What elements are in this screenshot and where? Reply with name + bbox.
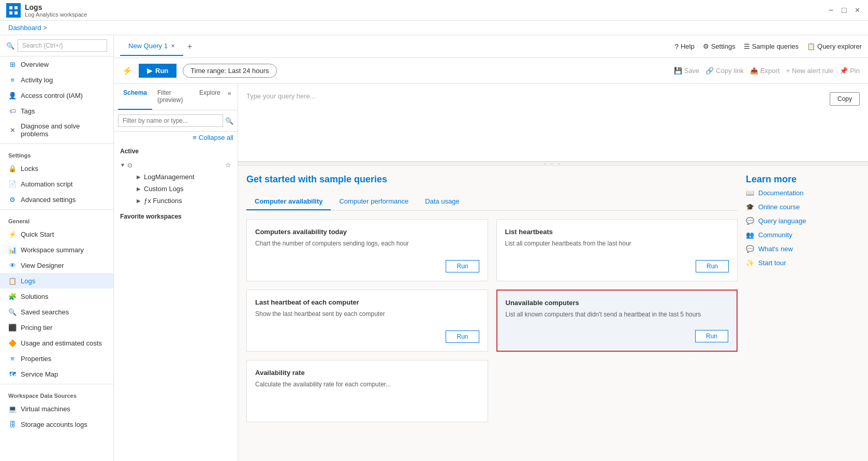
query-card-4: Availability rate Calculate the availabi… bbox=[246, 360, 488, 422]
query-explorer-button[interactable]: 📋 Query explorer bbox=[807, 42, 862, 50]
sidebar-item-overview[interactable]: ⊞ Overview bbox=[0, 56, 113, 72]
sq-tab-data-usage[interactable]: Data usage bbox=[417, 193, 468, 210]
whats-new-label: What's new bbox=[758, 245, 793, 253]
card-1-run-button[interactable]: Run bbox=[696, 260, 729, 272]
sidebar-item-solutions[interactable]: 🧩 Solutions bbox=[0, 289, 113, 304]
editor-divider: · · · bbox=[238, 162, 868, 166]
sidebar-label-automation: Automation script bbox=[21, 180, 72, 188]
sidebar-item-quickstart[interactable]: ⚡ Quick Start bbox=[0, 226, 113, 242]
learn-more-whats-new[interactable]: 💬 What's new bbox=[746, 245, 860, 253]
sidebar-item-iam[interactable]: 👤 Access control (IAM) bbox=[0, 88, 113, 103]
card-1-title: List heartbeats bbox=[505, 228, 729, 236]
copy-button[interactable]: Copy bbox=[830, 92, 860, 106]
learn-more-start-tour[interactable]: ✨ Start tour bbox=[746, 259, 860, 267]
close-button[interactable]: × bbox=[853, 4, 862, 17]
online-course-icon: 🎓 bbox=[746, 203, 754, 211]
export-button[interactable]: 📤 Export bbox=[750, 67, 780, 75]
storage-icon: 🗄 bbox=[8, 420, 17, 428]
schema-filter-input[interactable] bbox=[118, 114, 223, 127]
tab-close-icon[interactable]: ✕ bbox=[171, 43, 175, 49]
sidebar-label-vm: Virtual machines bbox=[21, 405, 70, 413]
time-range-button[interactable]: Time range: Last 24 hours bbox=[183, 64, 276, 78]
search-input[interactable] bbox=[18, 39, 107, 52]
learn-more-documentation[interactable]: 📖 Documentation bbox=[746, 189, 860, 197]
sidebar-item-service-map[interactable]: 🗺 Service Map bbox=[0, 366, 113, 382]
schema-filter-icon: 🔍 bbox=[225, 117, 233, 125]
card-2-desc: Show the last heartbeat sent by each com… bbox=[255, 310, 479, 324]
community-icon: 👥 bbox=[746, 231, 754, 239]
documentation-label: Documentation bbox=[758, 189, 803, 197]
settings-button[interactable]: ⚙ Settings bbox=[703, 42, 735, 50]
tree-item-customlogs[interactable]: ▶ Custom Logs bbox=[128, 183, 231, 195]
sidebar-item-vm[interactable]: 💻 Virtual machines bbox=[0, 401, 113, 416]
pin-label: Pin bbox=[850, 67, 860, 75]
copy-link-button[interactable]: 🔗 Copy link bbox=[705, 67, 743, 75]
sidebar-item-view-designer[interactable]: 👁 View Designer bbox=[0, 257, 113, 273]
schema-collapse-button[interactable]: « bbox=[226, 84, 233, 110]
learn-more-links: 📖 Documentation 🎓 Online course 💬 Query bbox=[746, 189, 860, 267]
sample-queries-button[interactable]: ☰ Sample queries bbox=[744, 42, 799, 50]
card-0-run-button[interactable]: Run bbox=[446, 260, 479, 272]
start-tour-label: Start tour bbox=[758, 259, 786, 267]
sidebar-item-properties[interactable]: ≡ Properties bbox=[0, 351, 113, 366]
collapse-all-label: Collapse all bbox=[199, 134, 233, 141]
minimize-button[interactable]: − bbox=[827, 4, 835, 17]
run-play-icon: ▶ bbox=[147, 67, 152, 75]
sidebar-item-pricing[interactable]: ⬛ Pricing tier bbox=[0, 320, 113, 335]
sidebar-label-solutions: Solutions bbox=[21, 293, 48, 300]
help-button[interactable]: ? Help bbox=[674, 42, 695, 51]
activity-log-icon: ≡ bbox=[8, 76, 17, 84]
tree-item-functions[interactable]: ▶ ƒx Functions bbox=[128, 195, 231, 207]
schema-tab-schema[interactable]: Schema bbox=[118, 84, 152, 110]
sidebar-item-workspace-summary[interactable]: 📊 Workspace summary bbox=[0, 242, 113, 257]
sidebar-item-automation[interactable]: 📄 Automation script bbox=[0, 176, 113, 192]
query-explorer-label: Query explorer bbox=[817, 42, 862, 50]
sidebar-item-tags[interactable]: 🏷 Tags bbox=[0, 103, 113, 119]
sq-tab-computer-performance[interactable]: Computer performance bbox=[331, 193, 417, 210]
collapse-all-button[interactable]: ≡ Collapse all bbox=[114, 132, 238, 143]
app-name: Logs bbox=[25, 3, 87, 11]
schema-tab-filter[interactable]: Filter (preview) bbox=[152, 84, 194, 110]
sidebar-item-locks[interactable]: 🔒 Locks bbox=[0, 161, 113, 176]
sidebar-label-view-designer: View Designer bbox=[21, 262, 64, 269]
sidebar-label-usage: Usage and estimated costs bbox=[21, 339, 102, 347]
run-button[interactable]: ▶ Run bbox=[139, 64, 176, 78]
active-section-label: Active bbox=[114, 143, 238, 157]
new-alert-button[interactable]: + New alert rule bbox=[786, 67, 833, 75]
card-2-run-button[interactable]: Run bbox=[446, 330, 479, 343]
card-4-title: Availability rate bbox=[255, 369, 479, 377]
time-range-label: Time range: Last 24 hours bbox=[190, 67, 269, 75]
copy-area: Copy bbox=[830, 92, 860, 106]
sq-tab-computer-availability[interactable]: Computer availability bbox=[246, 193, 331, 210]
card-3-run-button[interactable]: Run bbox=[695, 330, 728, 342]
filter-icon[interactable]: ⚡ bbox=[122, 66, 133, 76]
tree-item-logmanagement[interactable]: ▶ LogManagement bbox=[128, 171, 231, 183]
sidebar-item-diagnose[interactable]: ✕ Diagnose and solve problems bbox=[0, 119, 113, 141]
tab-new-query-1[interactable]: New Query 1 ✕ bbox=[120, 37, 183, 56]
query-editor-area: Type your query here... Copy · · · Get s… bbox=[238, 84, 868, 461]
breadcrumb-dashboard[interactable]: Dashboard bbox=[8, 24, 41, 32]
export-label: Export bbox=[760, 67, 780, 75]
sidebar-label-locks: Locks bbox=[21, 165, 38, 172]
sample-queries-icon: ☰ bbox=[744, 42, 750, 50]
card-4-desc: Calculate the availability rate for each… bbox=[255, 381, 479, 413]
sidebar-item-storage[interactable]: 🗄 Storage accounts logs bbox=[0, 416, 113, 432]
pin-button[interactable]: 📌 Pin bbox=[840, 67, 860, 75]
pin-icon: 📌 bbox=[840, 67, 848, 75]
schema-tab-explore[interactable]: Explore bbox=[194, 84, 226, 110]
save-button[interactable]: 💾 Save bbox=[674, 67, 700, 75]
maximize-button[interactable]: □ bbox=[840, 4, 849, 17]
card-3-footer: Run bbox=[506, 330, 729, 342]
learn-more-query-language[interactable]: 💬 Query language bbox=[746, 217, 860, 225]
sidebar-item-logs[interactable]: 📋 Logs bbox=[0, 273, 113, 289]
learn-more-online-course[interactable]: 🎓 Online course bbox=[746, 203, 860, 211]
sidebar-item-advanced[interactable]: ⚙ Advanced settings bbox=[0, 192, 113, 207]
split-pane: Schema Filter (preview) Explore « 🔍 ≡ Co… bbox=[114, 84, 868, 461]
sidebar-item-activity-log[interactable]: ≡ Activity log bbox=[0, 72, 113, 88]
learn-more-community[interactable]: 👥 Community bbox=[746, 231, 860, 239]
query-editor[interactable]: Type your query here... Copy bbox=[238, 84, 868, 162]
active-db-star[interactable]: ☆ bbox=[225, 161, 231, 169]
sidebar-item-saved-searches[interactable]: 🔍 Saved searches bbox=[0, 304, 113, 320]
tab-add-button[interactable]: + bbox=[183, 38, 196, 55]
sidebar-item-usage[interactable]: 🔶 Usage and estimated costs bbox=[0, 335, 113, 351]
